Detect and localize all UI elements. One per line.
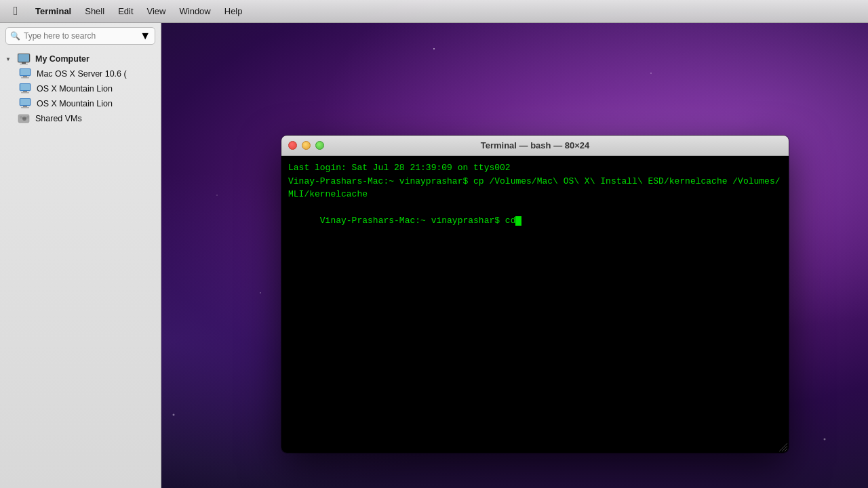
computer-icon xyxy=(18,54,31,64)
shared-vms-label: Shared VMs xyxy=(35,114,82,123)
search-dropdown-icon[interactable]: ▼ xyxy=(140,30,151,42)
menu-view[interactable]: View xyxy=(140,5,173,18)
search-input[interactable] xyxy=(24,31,136,41)
menu-shell[interactable]: Shell xyxy=(78,5,111,18)
my-computer-label: My Computer xyxy=(35,54,90,64)
svg-rect-6 xyxy=(23,76,27,77)
resize-grip[interactable] xyxy=(776,441,787,451)
search-bar[interactable]: 🔍 ▼ xyxy=(5,27,155,45)
sidebar-item-vm-2[interactable]: OS X Mountain Lion xyxy=(0,81,161,96)
svg-rect-2 xyxy=(22,62,26,64)
menu-edit[interactable]: Edit xyxy=(111,5,140,18)
sidebar-item-shared-vms[interactable]: Shared VMs xyxy=(0,111,161,126)
svg-rect-13 xyxy=(20,99,30,105)
svg-rect-11 xyxy=(21,92,29,94)
maximize-button[interactable] xyxy=(315,141,324,150)
minimize-button[interactable] xyxy=(302,141,311,150)
terminal-line-3: Vinay-Prashars-Mac:~ vinayprashar$ cd xyxy=(288,201,782,241)
vm-1-label: Mac OS X Server 10.6 ( xyxy=(37,69,127,79)
svg-point-18 xyxy=(20,116,22,119)
search-icon: 🔍 xyxy=(10,31,20,41)
svg-line-24 xyxy=(785,449,787,451)
svg-rect-14 xyxy=(23,106,27,107)
terminal-line-1: Last login: Sat Jul 28 21:39:09 on ttys0… xyxy=(288,161,782,175)
svg-rect-3 xyxy=(20,64,28,64)
svg-line-23 xyxy=(782,446,787,451)
terminal-window[interactable]: Terminal — bash — 80×24 Last login: Sat … xyxy=(281,136,789,453)
sidebar-item-vm-3[interactable]: OS X Mountain Lion xyxy=(0,96,161,111)
shared-vms-icon xyxy=(18,113,31,124)
sidebar-section-my-computer: ▼ My Computer Mac OS X Server 10.6 ( xyxy=(0,49,161,129)
apple-icon:  xyxy=(14,4,18,18)
sidebar-item-vm-1[interactable]: Mac OS X Server 10.6 ( xyxy=(0,66,161,81)
apple-menu[interactable]:  xyxy=(5,4,26,18)
svg-rect-15 xyxy=(21,107,29,108)
menu-terminal[interactable]: Terminal xyxy=(28,5,78,18)
vm-icon-2 xyxy=(19,83,33,94)
svg-rect-1 xyxy=(18,54,29,62)
svg-rect-5 xyxy=(20,69,30,75)
expand-arrow-icon: ▼ xyxy=(5,56,14,62)
vm-2-label: OS X Mountain Lion xyxy=(37,84,113,94)
menu-help[interactable]: Help xyxy=(218,5,250,18)
vm-icon-1 xyxy=(19,68,33,79)
svg-rect-7 xyxy=(21,77,29,79)
traffic-lights xyxy=(288,141,324,150)
terminal-body[interactable]: Last login: Sat Jul 28 21:39:09 on ttys0… xyxy=(281,156,789,453)
vm-icon-3 xyxy=(19,98,33,109)
menu-window[interactable]: Window xyxy=(173,5,218,18)
terminal-line-2: Vinay-Prashars-Mac:~ vinayprashar$ cp /V… xyxy=(288,175,782,201)
terminal-title: Terminal — bash — 80×24 xyxy=(481,140,590,150)
sidebar: 🔍 ▼ ▼ My Computer Mac OS X Serve xyxy=(0,23,161,488)
svg-rect-10 xyxy=(23,91,27,92)
svg-rect-9 xyxy=(20,84,30,90)
vm-3-label: OS X Mountain Lion xyxy=(37,99,113,108)
svg-point-19 xyxy=(26,116,29,119)
sidebar-item-my-computer[interactable]: ▼ My Computer xyxy=(0,52,161,66)
terminal-prompt-3: Vinay-Prashars-Mac:~ vinayprashar$ cd xyxy=(320,216,516,226)
terminal-cursor xyxy=(515,216,521,226)
terminal-titlebar: Terminal — bash — 80×24 xyxy=(281,136,789,156)
menubar:  Terminal Shell Edit View Window Help xyxy=(0,0,868,23)
close-button[interactable] xyxy=(288,141,297,150)
